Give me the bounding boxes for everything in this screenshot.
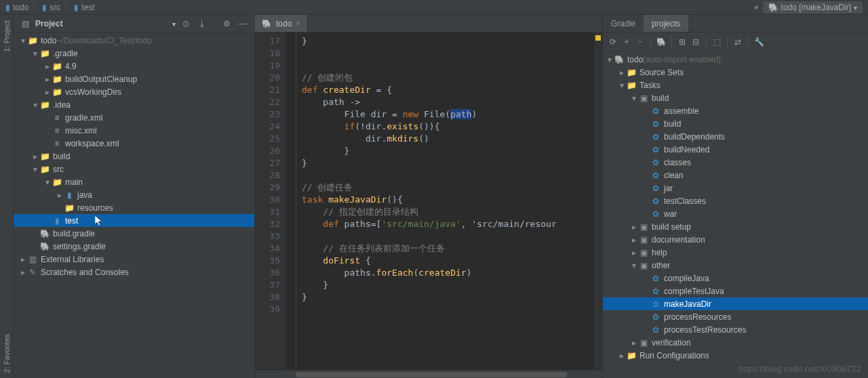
tree-twisty[interactable]: [43, 62, 52, 71]
locate-icon[interactable]: ⊙: [180, 18, 192, 30]
tree-row[interactable]: 📁build: [14, 150, 254, 163]
tree-twisty[interactable]: [19, 36, 27, 45]
gear-icon[interactable]: ⚙: [220, 18, 233, 30]
breadcrumb-item[interactable]: ▮todo: [5, 3, 28, 12]
tree-row[interactable]: ▥External Libraries: [14, 253, 254, 266]
gradle-tree-row[interactable]: ✿compileJava: [603, 272, 868, 285]
wrench-icon[interactable]: 🔧: [753, 36, 765, 48]
gradle-tree-row[interactable]: ✿processTestResources: [603, 323, 868, 336]
show-deps-icon[interactable]: ⬚: [711, 36, 723, 48]
hide-icon[interactable]: —: [237, 18, 249, 30]
tree-twisty[interactable]: [618, 68, 626, 77]
refresh-icon[interactable]: ⟳: [607, 36, 619, 48]
tree-twisty[interactable]: [31, 100, 39, 110]
tree-twisty[interactable]: [31, 49, 39, 58]
editor-tab-todo[interactable]: 🐘 todo ×: [255, 15, 308, 32]
project-dropdown-icon[interactable]: ▤: [19, 18, 31, 30]
tree-row[interactable]: 📁vcsWorkingDirs: [14, 85, 254, 98]
tree-row[interactable]: 📁.gradle: [14, 47, 254, 60]
add-icon[interactable]: ＋: [620, 36, 633, 48]
tree-twisty[interactable]: [606, 55, 614, 64]
remove-icon[interactable]: －: [634, 36, 646, 48]
tree-row[interactable]: 📁resources: [14, 201, 254, 214]
project-tool-tab[interactable]: 1: Project: [1, 15, 12, 57]
gradle-tree-row[interactable]: ✿buildDependents: [603, 130, 868, 143]
project-tree[interactable]: 📁todo ~/Downloads/CI_Test/todo📁.gradle📁4…: [14, 33, 254, 378]
gradle-tree-row[interactable]: ✿clean: [603, 169, 868, 182]
gradle-tree-row[interactable]: ✿build: [603, 117, 868, 130]
tree-twisty[interactable]: [618, 81, 626, 90]
tree-twisty[interactable]: [630, 222, 638, 232]
close-icon[interactable]: ×: [296, 19, 300, 28]
execute-icon[interactable]: 🐘: [655, 36, 667, 48]
code-text[interactable]: } // 创建闭包def createDir = { path -> File …: [296, 33, 594, 370]
gradle-tree-row[interactable]: ✿jar: [603, 182, 868, 194]
gradle-tree-row[interactable]: ▣build setup: [603, 220, 868, 233]
tree-twisty[interactable]: [630, 338, 638, 348]
tree-twisty[interactable]: [19, 255, 27, 264]
tree-row[interactable]: 🐘build.gradle: [14, 227, 254, 240]
breadcrumb-item[interactable]: ▮test: [74, 3, 94, 12]
code-area[interactable]: 1718192021222324252627282930313233343536…: [255, 33, 602, 370]
tree-row[interactable]: ✎Scratches and Consoles: [14, 266, 254, 278]
gradle-tree-row[interactable]: ✿classes: [603, 156, 868, 169]
run-config-selector[interactable]: 🐘 todo [makeJavaDir]: [763, 1, 863, 14]
gradle-tree-row[interactable]: ✿testClasses: [603, 194, 868, 207]
tree-row[interactable]: 📁main: [14, 175, 254, 188]
tree-row[interactable]: 📁buildOutputCleanup: [14, 72, 254, 85]
tree-row[interactable]: ≡gradle.xml: [14, 111, 254, 124]
tree-twisty[interactable]: [630, 261, 638, 270]
favorites-tool-tab[interactable]: 2: Favorites: [1, 329, 12, 378]
tree-row[interactable]: 🐘settings.gradle: [14, 240, 254, 253]
tree-row[interactable]: 📁src: [14, 163, 254, 175]
tree-row[interactable]: ≡workspace.xml: [14, 137, 254, 150]
breadcrumb-item[interactable]: ▮src: [42, 3, 60, 12]
gradle-tab[interactable]: Gradle: [603, 15, 644, 32]
collapse-all-icon[interactable]: ⊟: [690, 36, 702, 48]
tree-row[interactable]: ▮test: [14, 214, 254, 227]
gradle-tree-row[interactable]: ✿buildNeeded: [603, 143, 868, 156]
tree-row[interactable]: ≡misc.xml: [14, 124, 254, 137]
tree-row[interactable]: 📁.idea: [14, 98, 254, 111]
warning-mark[interactable]: [595, 35, 601, 41]
tree-twisty[interactable]: [56, 190, 64, 200]
tree-twisty[interactable]: [618, 351, 626, 360]
fold-column[interactable]: [285, 33, 296, 370]
tree-row[interactable]: ▮java: [14, 188, 254, 201]
gradle-tree-row[interactable]: ▣documentation: [603, 233, 868, 246]
collapse-icon[interactable]: ⭳: [196, 18, 208, 30]
tree-twisty[interactable]: [31, 165, 39, 174]
error-stripe[interactable]: [594, 33, 602, 370]
gradle-tree-row[interactable]: ✿compileTestJava: [603, 285, 868, 297]
scrollbar-thumb[interactable]: [296, 372, 567, 377]
gradle-tree-row[interactable]: ▣build: [603, 91, 868, 104]
tree-twisty[interactable]: [19, 268, 27, 277]
gradle-tree-row[interactable]: ▣other: [603, 259, 868, 272]
gradle-tree-row[interactable]: 📁Source Sets: [603, 66, 868, 79]
gradle-tree-row[interactable]: 🐘todo (auto-import enabled): [603, 53, 868, 66]
gradle-tree[interactable]: 🐘todo (auto-import enabled)📁Source Sets📁…: [603, 51, 868, 378]
tree-twisty[interactable]: [630, 248, 638, 257]
tree-twisty[interactable]: [630, 235, 638, 245]
gradle-tree-row[interactable]: ✿makeJavaDir: [603, 297, 868, 310]
gradle-tree-row[interactable]: ▣help: [603, 246, 868, 259]
gradle-tree-row[interactable]: 📁Run Configurations: [603, 349, 868, 362]
projects-tab[interactable]: projects: [644, 15, 688, 32]
chevron-down-icon[interactable]: [172, 19, 176, 28]
tree-twisty[interactable]: [31, 152, 39, 161]
tree-twisty[interactable]: [43, 177, 52, 187]
gradle-tree-row[interactable]: ✿war: [603, 207, 868, 220]
tree-twisty[interactable]: [630, 93, 638, 103]
gradle-tree-row[interactable]: 📁Tasks: [603, 79, 868, 91]
gradle-tree-row[interactable]: ▣verification: [603, 336, 868, 349]
horizontal-scrollbar[interactable]: [255, 370, 602, 378]
gradle-tree-row[interactable]: ✿assemble: [603, 104, 868, 117]
expand-icon[interactable]: ⊞: [676, 36, 688, 48]
offline-icon[interactable]: ⇄: [732, 36, 744, 48]
tree-row[interactable]: 📁todo ~/Downloads/CI_Test/todo: [14, 34, 254, 47]
compass-icon[interactable]: ⌖: [751, 1, 763, 14]
tree-row[interactable]: 📁4.9: [14, 60, 254, 72]
tree-twisty[interactable]: [43, 87, 52, 97]
gradle-tree-row[interactable]: ✿processResources: [603, 310, 868, 323]
tree-twisty[interactable]: [43, 75, 52, 84]
